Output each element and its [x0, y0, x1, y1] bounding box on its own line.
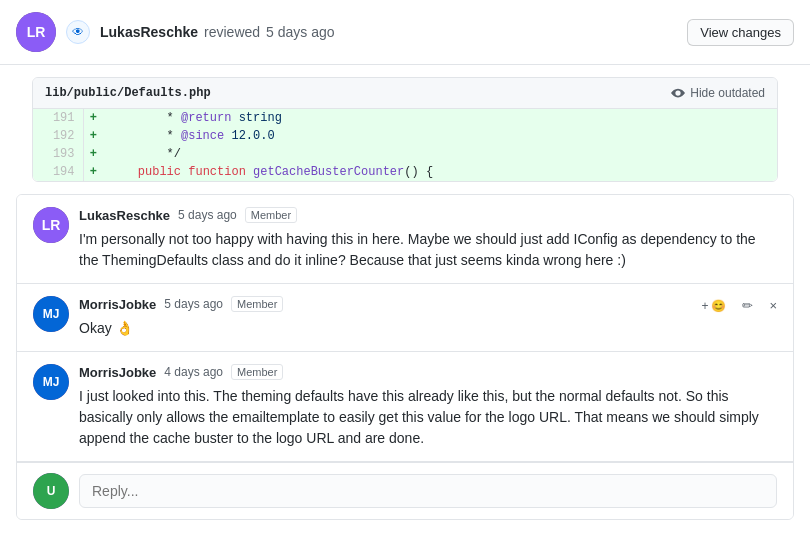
- emoji-icon: 😊: [711, 299, 726, 313]
- member-badge-3: Member: [231, 364, 283, 380]
- comment-text-3: I just looked into this. The theming def…: [79, 386, 777, 449]
- comment-avatar-3: MJ: [33, 364, 69, 400]
- diff-sign-194: +: [83, 163, 103, 181]
- comment-time-3: 4 days ago: [164, 365, 223, 379]
- review-header-left: LR 👁 LukasReschke reviewed 5 days ago: [16, 12, 335, 52]
- review-time: 5 days ago: [266, 24, 335, 40]
- diff-section: lib/public/Defaults.php Hide outdated 19…: [0, 65, 810, 182]
- diff-row-193: 193 + */: [33, 145, 777, 163]
- comment-body-2: MorrisJobke 5 days ago Member Okay 👌: [79, 296, 777, 339]
- review-header: LR 👁 LukasReschke reviewed 5 days ago Vi…: [0, 0, 810, 65]
- comment-time-1: 5 days ago: [178, 208, 237, 222]
- hide-outdated-button[interactable]: Hide outdated: [671, 86, 765, 100]
- page-wrapper: LR 👁 LukasReschke reviewed 5 days ago Vi…: [0, 0, 810, 540]
- reviewer-name: LukasReschke: [100, 24, 198, 40]
- review-meta: LukasReschke reviewed 5 days ago: [100, 24, 335, 40]
- line-num-192: 192: [33, 127, 83, 145]
- edit-icon: ✏: [742, 298, 753, 313]
- reply-section: U: [17, 462, 793, 519]
- comment-actions-2: + 😊 ✏ ×: [697, 296, 781, 315]
- member-badge-1: Member: [245, 207, 297, 223]
- view-changes-button[interactable]: View changes: [687, 19, 794, 46]
- diff-row-191: 191 + * @return string: [33, 109, 777, 127]
- member-badge-2: Member: [231, 296, 283, 312]
- diff-sign-192: +: [83, 127, 103, 145]
- comment-avatar-2: MJ: [33, 296, 69, 332]
- diff-row-192: 192 + * @since 12.0.0: [33, 127, 777, 145]
- reply-avatar: U: [33, 473, 69, 509]
- comment-time-2: 5 days ago: [164, 297, 223, 311]
- comment-meta-3: MorrisJobke 4 days ago Member: [79, 364, 777, 380]
- comment-meta-2: MorrisJobke 5 days ago Member: [79, 296, 777, 312]
- diff-sign-193: +: [83, 145, 103, 163]
- comment-meta-1: LukasReschke 5 days ago Member: [79, 207, 777, 223]
- comment-item-3: MJ MorrisJobke 4 days ago Member I just …: [17, 352, 793, 462]
- diff-code-191: * @return string: [103, 109, 777, 127]
- diff-filename: lib/public/Defaults.php: [45, 86, 211, 100]
- comment-item-1: LR LukasReschke 5 days ago Member I'm pe…: [17, 195, 793, 284]
- line-num-193: 193: [33, 145, 83, 163]
- edit-comment-button[interactable]: ✏: [738, 296, 757, 315]
- diff-container: lib/public/Defaults.php Hide outdated 19…: [32, 77, 778, 182]
- close-icon: ×: [769, 298, 777, 313]
- line-num-194: 194: [33, 163, 83, 181]
- diff-row-194: 194 + public function getCacheBusterCoun…: [33, 163, 777, 181]
- diff-sign-191: +: [83, 109, 103, 127]
- eye-icon: 👁: [66, 20, 90, 44]
- reply-input[interactable]: [79, 474, 777, 508]
- plus-icon: +: [701, 299, 708, 313]
- add-reaction-button[interactable]: + 😊: [697, 297, 730, 315]
- comment-thread: LR LukasReschke 5 days ago Member I'm pe…: [16, 194, 794, 520]
- diff-code-193: */: [103, 145, 777, 163]
- diff-code-192: * @since 12.0.0: [103, 127, 777, 145]
- comment-author-1: LukasReschke: [79, 208, 170, 223]
- comment-avatar-1: LR: [33, 207, 69, 243]
- diff-code-194: public function getCacheBusterCounter() …: [103, 163, 777, 181]
- diff-header: lib/public/Defaults.php Hide outdated: [33, 78, 777, 109]
- comment-author-2: MorrisJobke: [79, 297, 156, 312]
- diff-table: 191 + * @return string 192 + * @since 12…: [33, 109, 777, 181]
- reply-wrapper: U: [33, 473, 777, 509]
- comment-body-1: LukasReschke 5 days ago Member I'm perso…: [79, 207, 777, 271]
- comment-item-2: MJ MorrisJobke 5 days ago Member Okay 👌 …: [17, 284, 793, 352]
- comment-text-2: Okay 👌: [79, 318, 777, 339]
- review-action: reviewed: [204, 24, 260, 40]
- delete-comment-button[interactable]: ×: [765, 296, 781, 315]
- hide-outdated-label: Hide outdated: [690, 86, 765, 100]
- comments-section: LR LukasReschke 5 days ago Member I'm pe…: [0, 182, 810, 540]
- comment-text-1: I'm personally not too happy with having…: [79, 229, 777, 271]
- comment-body-3: MorrisJobke 4 days ago Member I just loo…: [79, 364, 777, 449]
- comment-author-3: MorrisJobke: [79, 365, 156, 380]
- line-num-191: 191: [33, 109, 83, 127]
- reviewer-avatar: LR: [16, 12, 56, 52]
- hide-outdated-icon: [671, 86, 685, 100]
